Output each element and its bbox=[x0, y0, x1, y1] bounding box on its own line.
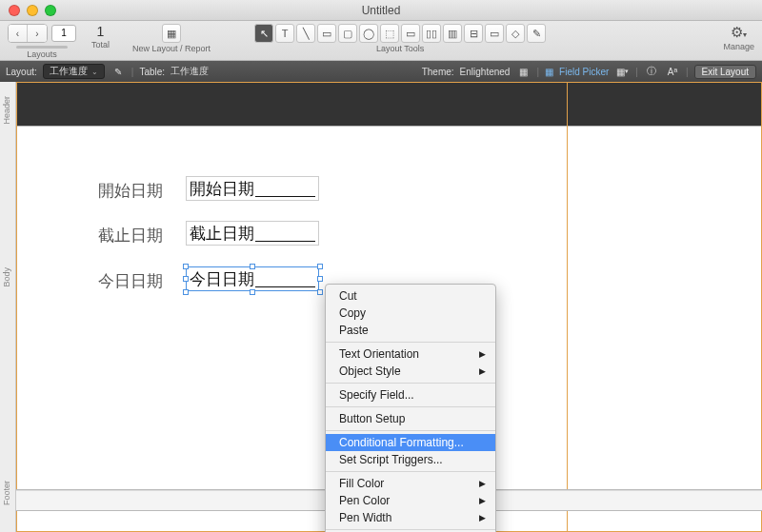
submenu-arrow-icon: ▶ bbox=[479, 496, 486, 505]
field-label-today-date[interactable]: 今日日期 bbox=[98, 270, 163, 292]
format-painter-icon[interactable]: ✎ bbox=[527, 24, 546, 43]
menu-object-style[interactable]: Object Style▶ bbox=[326, 363, 495, 380]
field-label-end-date[interactable]: 截止日期 bbox=[98, 225, 163, 246]
text-tool-icon[interactable]: T bbox=[275, 24, 294, 43]
layout-slider[interactable] bbox=[16, 46, 68, 49]
tab-tool-icon[interactable]: ▯▯ bbox=[422, 24, 441, 43]
resize-handle[interactable] bbox=[183, 276, 189, 282]
submenu-arrow-icon: ▶ bbox=[479, 349, 486, 359]
layout-label: Layout: bbox=[6, 67, 37, 77]
close-icon[interactable] bbox=[9, 5, 20, 16]
menu-paste[interactable]: Paste bbox=[326, 322, 495, 339]
chevron-down-icon: ⌄ bbox=[91, 68, 98, 76]
menu-conditional-formatting[interactable]: Conditional Formatting... bbox=[326, 434, 495, 451]
manage-gear-icon[interactable]: ⚙︎▾ bbox=[731, 24, 747, 41]
resize-handle[interactable] bbox=[317, 289, 323, 295]
oval-tool-icon[interactable]: ◯ bbox=[359, 24, 378, 43]
field-end-date-text: 截止日期 bbox=[190, 223, 254, 245]
layouts-label: Layouts bbox=[27, 49, 57, 59]
prev-layout-button[interactable]: ‹ bbox=[9, 25, 28, 42]
layout-bar: Layout: 工作進度 ⌄ ✎ | Table: 工作進度 Theme: En… bbox=[0, 61, 762, 82]
field-end-date[interactable]: 截止日期 bbox=[186, 221, 319, 246]
submenu-arrow-icon: ▶ bbox=[479, 513, 486, 522]
toolbar: ‹ › 1 Layouts 1 Total ▦ New Layout / Rep… bbox=[0, 21, 762, 61]
footer-ruler-label: Footer bbox=[2, 481, 11, 505]
layout-tools-label: Layout Tools bbox=[376, 44, 424, 53]
menu-pen-width[interactable]: Pen Width▶ bbox=[326, 509, 495, 526]
field-start-date-text: 開始日期 bbox=[190, 178, 254, 200]
field-picker-link[interactable]: Field Picker bbox=[559, 67, 609, 77]
menu-pen-color[interactable]: Pen Color▶ bbox=[326, 492, 495, 509]
field-label-start-date[interactable]: 開始日期 bbox=[98, 180, 163, 202]
menu-copy[interactable]: Copy bbox=[326, 305, 495, 322]
resize-handle[interactable] bbox=[250, 264, 255, 269]
edit-layout-icon[interactable]: ✎ bbox=[110, 64, 126, 79]
vertical-ruler: Header Body Footer bbox=[0, 82, 16, 532]
minimize-icon[interactable] bbox=[27, 5, 38, 16]
layout-index[interactable]: 1 bbox=[51, 25, 76, 42]
webviewer-tool-icon[interactable]: ▭ bbox=[485, 24, 504, 43]
theme-picker-icon[interactable]: ▦ bbox=[515, 64, 531, 79]
window-title: Untitled bbox=[0, 4, 762, 17]
menu-set-script-triggers[interactable]: Set Script Triggers... bbox=[326, 451, 495, 468]
inspector-icon[interactable]: ▦▾ bbox=[614, 64, 630, 79]
roundrect-tool-icon[interactable]: ▢ bbox=[338, 24, 357, 43]
info-icon[interactable]: ⓘ bbox=[644, 64, 659, 79]
resize-handle[interactable] bbox=[250, 289, 255, 295]
new-layout-label: New Layout / Report bbox=[132, 44, 211, 53]
table-label: Table: bbox=[139, 67, 165, 77]
chart-tool-icon[interactable]: ▥ bbox=[443, 24, 462, 43]
theme-value: Enlightened bbox=[460, 67, 511, 77]
field-today-date[interactable]: 今日日期 bbox=[186, 266, 319, 291]
layout-canvas[interactable]: 開始日期 開始日期 截止日期 截止日期 今日日期 今日日期 Cut Copy P… bbox=[16, 82, 762, 532]
new-layout-button[interactable]: ▦ bbox=[162, 24, 181, 43]
window-titlebar: Untitled bbox=[0, 0, 762, 21]
layout-tools: ↖ T ╲ ▭ ▢ ◯ ⬚ ▭ ▯▯ ▥ ⊟ ▭ ◇ ✎ bbox=[254, 24, 546, 43]
rect-tool-icon[interactable]: ▭ bbox=[317, 24, 336, 43]
menu-button-setup[interactable]: Button Setup bbox=[326, 410, 495, 427]
manage-label: Manage bbox=[723, 42, 754, 51]
field-picker-icon: ▦ bbox=[545, 67, 553, 77]
field-today-date-text: 今日日期 bbox=[190, 268, 254, 290]
button-tool-icon[interactable]: ▭ bbox=[401, 24, 420, 43]
total-label: Total bbox=[91, 40, 110, 49]
submenu-arrow-icon: ▶ bbox=[479, 366, 486, 376]
portal-tool-icon[interactable]: ⊟ bbox=[464, 24, 483, 43]
menu-specify-field[interactable]: Specify Field... bbox=[326, 386, 495, 404]
menu-text-orientation[interactable]: Text Orientation▶ bbox=[326, 345, 495, 363]
theme-label: Theme: bbox=[422, 67, 454, 77]
next-layout-button[interactable]: › bbox=[28, 25, 47, 42]
total-count: 1 bbox=[97, 24, 105, 39]
popover-tool-icon[interactable]: ◇ bbox=[506, 24, 525, 43]
resize-handle[interactable] bbox=[183, 289, 189, 295]
aa-icon[interactable]: Aª bbox=[665, 64, 680, 79]
body-ruler-label: Body bbox=[2, 267, 11, 287]
menu-fill-color[interactable]: Fill Color▶ bbox=[326, 475, 495, 492]
zoom-icon[interactable] bbox=[45, 5, 56, 16]
layout-selector[interactable]: 工作進度 ⌄ bbox=[43, 64, 105, 79]
table-value: 工作進度 bbox=[170, 65, 209, 78]
pointer-tool-icon[interactable]: ↖ bbox=[254, 24, 273, 43]
line-tool-icon[interactable]: ╲ bbox=[296, 24, 315, 43]
resize-handle[interactable] bbox=[317, 264, 323, 269]
field-tool-icon[interactable]: ⬚ bbox=[380, 24, 399, 43]
menu-cut[interactable]: Cut bbox=[326, 287, 495, 305]
workspace: Header Body Footer 開始日期 開始日期 截止日期 截止日期 今… bbox=[0, 82, 762, 532]
layout-value: 工作進度 bbox=[50, 65, 88, 78]
layout-header-part bbox=[16, 82, 762, 126]
context-menu: Cut Copy Paste Text Orientation▶ Object … bbox=[325, 284, 496, 532]
exit-layout-button[interactable]: Exit Layout bbox=[694, 65, 756, 79]
header-ruler-label: Header bbox=[2, 96, 11, 125]
submenu-arrow-icon: ▶ bbox=[479, 479, 486, 488]
resize-handle[interactable] bbox=[183, 264, 189, 269]
resize-handle[interactable] bbox=[317, 276, 323, 282]
field-start-date[interactable]: 開始日期 bbox=[186, 176, 319, 201]
